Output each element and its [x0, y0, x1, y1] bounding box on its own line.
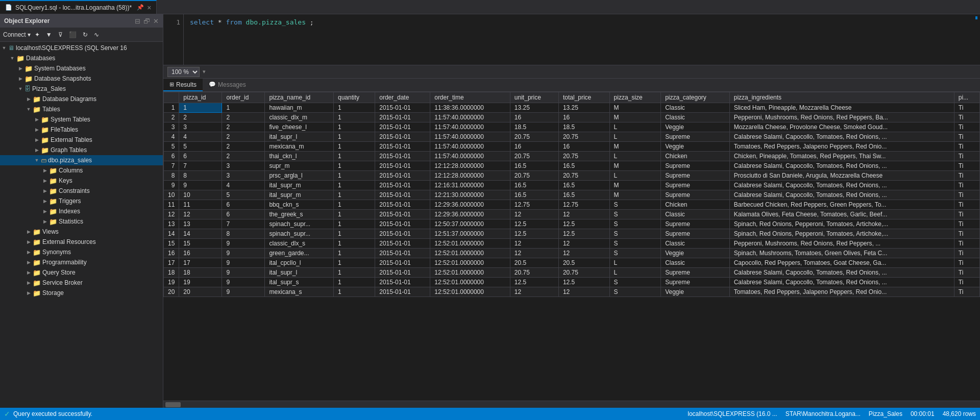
close-tab-button[interactable]: × — [147, 4, 151, 12]
table-cell[interactable]: 4 — [164, 132, 179, 142]
table-cell[interactable]: M — [609, 113, 661, 122]
table-cell[interactable]: 2015-01-01 — [375, 249, 430, 258]
table-cell[interactable]: 5 — [179, 142, 222, 152]
col-header-total-price[interactable]: total_price — [558, 92, 609, 103]
table-cell[interactable]: 12 — [558, 239, 609, 249]
table-cell[interactable]: 16.5 — [558, 190, 609, 200]
table-cell[interactable]: Classic — [661, 113, 730, 122]
close-panel-icon[interactable]: ✕ — [153, 17, 159, 25]
table-cell[interactable]: 4 — [222, 181, 265, 190]
tree-item-synonyms[interactable]: ▶ 📁 Synonyms — [0, 247, 163, 257]
table-cell[interactable]: spinach_supr... — [265, 229, 334, 239]
tree-item-tables[interactable]: ▼ 📁 Tables — [0, 104, 163, 114]
table-cell[interactable]: 16 — [510, 142, 558, 152]
table-cell[interactable]: 14 — [179, 229, 222, 239]
table-cell[interactable]: Calabrese Salami, Capocollo, Tomatoes, R… — [729, 278, 954, 287]
table-cell[interactable]: 7 — [179, 161, 222, 171]
table-cell[interactable]: S — [609, 278, 661, 287]
table-cell[interactable]: 6 — [164, 152, 179, 161]
table-cell[interactable]: 20.75 — [510, 268, 558, 278]
table-cell[interactable]: 9 — [222, 287, 265, 297]
table-cell[interactable]: Supreme — [661, 229, 730, 239]
table-cell[interactable]: Calabrese Salami, Capocollo, Tomatoes, R… — [729, 161, 954, 171]
tree-item-external-tables[interactable]: ▶ 📁 External Tables — [0, 135, 163, 145]
table-cell[interactable]: ital_supr_l — [265, 132, 334, 142]
table-cell[interactable]: 13.25 — [558, 103, 609, 113]
table-cell[interactable]: M — [609, 181, 661, 190]
table-cell[interactable]: 7 — [222, 219, 265, 229]
table-cell[interactable]: Supreme — [661, 268, 730, 278]
pin-icon[interactable]: 📌 — [137, 4, 144, 11]
table-cell[interactable]: 1 — [333, 219, 375, 229]
table-cell[interactable]: spinach_supr... — [265, 219, 334, 229]
table-cell[interactable]: Supreme — [661, 278, 730, 287]
table-cell[interactable]: 16.5 — [558, 181, 609, 190]
table-cell[interactable]: 5 — [222, 190, 265, 200]
table-cell[interactable]: 2015-01-01 — [375, 122, 430, 132]
table-cell[interactable]: Ti — [954, 239, 979, 249]
table-cell[interactable]: 17 — [164, 258, 179, 268]
table-cell[interactable]: Veggie — [661, 142, 730, 152]
tab-results[interactable]: ⊞ Results — [163, 79, 203, 91]
tab-messages[interactable]: 💬 Messages — [203, 79, 252, 91]
table-row[interactable]: 332five_cheese_l12015-01-0111:57:40.0000… — [164, 122, 980, 132]
table-cell[interactable]: 1 — [333, 122, 375, 132]
table-cell[interactable]: the_greek_s — [265, 210, 334, 219]
table-cell[interactable]: 1 — [164, 103, 179, 113]
table-cell[interactable]: L — [609, 152, 661, 161]
table-cell[interactable]: 1 — [333, 239, 375, 249]
table-cell[interactable]: S — [609, 249, 661, 258]
table-cell[interactable]: 11 — [179, 200, 222, 210]
table-cell[interactable]: Ti — [954, 287, 979, 297]
table-cell[interactable]: 3 — [164, 122, 179, 132]
table-cell[interactable]: 1 — [333, 258, 375, 268]
table-cell[interactable]: 11:57:40.0000000 — [430, 122, 510, 132]
tree-item-db-diagrams[interactable]: ▶ 📁 Database Diagrams — [0, 94, 163, 104]
table-cell[interactable]: L — [609, 122, 661, 132]
table-cell[interactable]: mexicana_s — [265, 287, 334, 297]
table-cell[interactable]: 18 — [179, 268, 222, 278]
table-cell[interactable]: 20 — [164, 287, 179, 297]
col-header-pizza-name-id[interactable]: pizza_name_id — [265, 92, 334, 103]
table-cell[interactable]: 10 — [164, 190, 179, 200]
table-cell[interactable]: 12:29:36.0000000 — [430, 200, 510, 210]
table-cell[interactable]: S — [609, 200, 661, 210]
table-cell[interactable]: 16 — [510, 113, 558, 122]
extra-toolbar-btn[interactable]: ∿ — [92, 30, 101, 39]
filter-toolbar-btn[interactable]: ▼ — [44, 30, 54, 39]
table-row[interactable]: 14148spinach_supr...12015-01-0112:51:37.… — [164, 229, 980, 239]
table-cell[interactable]: 12 — [164, 210, 179, 219]
table-cell[interactable]: Prosciutto di San Daniele, Arugula, Mozz… — [729, 171, 954, 181]
table-cell[interactable]: Classic — [661, 103, 730, 113]
table-cell[interactable]: Supreme — [661, 181, 730, 190]
table-cell[interactable]: 2015-01-01 — [375, 103, 430, 113]
table-cell[interactable]: Mozzarella Cheese, Provolone Cheese, Smo… — [729, 122, 954, 132]
table-cell[interactable]: L — [609, 132, 661, 142]
table-cell[interactable]: L — [609, 171, 661, 181]
col-header-quantity[interactable]: quantity — [333, 92, 375, 103]
table-cell[interactable]: 12:21:30.0000000 — [430, 190, 510, 200]
table-cell[interactable]: 14 — [164, 229, 179, 239]
table-cell[interactable]: 1 — [333, 152, 375, 161]
table-cell[interactable]: Supreme — [661, 171, 730, 181]
table-cell[interactable]: 18 — [164, 268, 179, 278]
table-cell[interactable]: 2015-01-01 — [375, 278, 430, 287]
table-cell[interactable]: Pepperoni, Mushrooms, Red Onions, Red Pe… — [729, 239, 954, 249]
table-cell[interactable]: 1 — [179, 103, 222, 113]
table-cell[interactable]: 15 — [179, 239, 222, 249]
table-cell[interactable]: mexicana_m — [265, 142, 334, 152]
table-cell[interactable]: 2 — [222, 113, 265, 122]
tree-item-graph-tables[interactable]: ▶ 📁 Graph Tables — [0, 145, 163, 155]
tree-item-system-dbs[interactable]: ▶ 📁 System Databases — [0, 63, 163, 73]
table-cell[interactable]: Spinach, Mushrooms, Tomatoes, Green Oliv… — [729, 249, 954, 258]
table-cell[interactable]: 10 — [179, 190, 222, 200]
table-cell[interactable]: Ti — [954, 258, 979, 268]
table-cell[interactable]: Kalamata Olives, Feta Cheese, Tomatoes, … — [729, 210, 954, 219]
new-query-toolbar-btn[interactable]: ✦ — [33, 30, 42, 39]
table-cell[interactable]: Sliced Ham, Pineapple, Mozzarella Cheese — [729, 103, 954, 113]
table-cell[interactable]: 12.75 — [558, 200, 609, 210]
table-cell[interactable]: 20.75 — [510, 171, 558, 181]
tree-item-statistics[interactable]: ▶ 📁 Statistics — [0, 216, 163, 227]
table-cell[interactable]: 20.75 — [558, 152, 609, 161]
table-cell[interactable]: Ti — [954, 113, 979, 122]
